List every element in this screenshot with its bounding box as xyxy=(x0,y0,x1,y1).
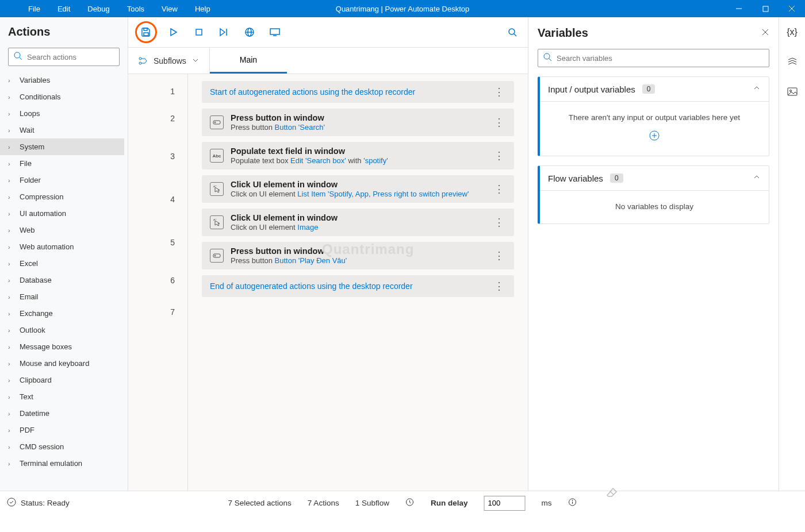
step-card[interactable]: AbcPopulate text field in windowPopulate… xyxy=(202,142,514,169)
subflow-count: 1 Subflow xyxy=(355,499,389,507)
step-card[interactable]: Click UI element in windowClick on UI el… xyxy=(202,209,514,236)
menu-edit[interactable]: Edit xyxy=(49,0,79,17)
step-menu-button[interactable]: ⋮ xyxy=(492,116,506,129)
titlebar-menu: File Edit Debug Tools View Help xyxy=(0,0,219,17)
actions-category[interactable]: ›Terminal emulation xyxy=(0,455,124,472)
actions-category[interactable]: ›UI automation xyxy=(0,205,124,222)
step-menu-button[interactable]: ⋮ xyxy=(492,280,506,292)
chevron-right-icon: › xyxy=(8,210,14,217)
actions-category[interactable]: ›Web xyxy=(0,222,124,238)
actions-category[interactable]: ›Variables xyxy=(0,72,124,88)
step-card[interactable]: Click UI element in windowClick on UI el… xyxy=(202,175,514,203)
svg-point-4 xyxy=(14,52,20,58)
chevron-up-icon[interactable] xyxy=(753,84,761,94)
actions-category[interactable]: ›Datetime xyxy=(0,405,124,422)
actions-category[interactable]: ›Outlook xyxy=(0,322,124,338)
chevron-right-icon: › xyxy=(8,144,14,151)
actions-category[interactable]: ›File xyxy=(0,155,124,172)
svg-point-27 xyxy=(544,53,550,59)
search-flow-button[interactable] xyxy=(504,24,521,41)
menu-debug[interactable]: Debug xyxy=(79,0,118,17)
variables-rail-icon[interactable]: {x} xyxy=(785,25,799,39)
step-menu-button[interactable]: ⋮ xyxy=(492,216,506,229)
io-variables-empty: There aren't any input or output variabl… xyxy=(569,113,740,122)
flow-variables-section: Flow variables 0 No variables to display xyxy=(538,165,769,224)
actions-header: Actions xyxy=(0,17,128,42)
actions-category[interactable]: ›Compression xyxy=(0,188,124,205)
add-io-variable-button[interactable] xyxy=(649,130,660,143)
step-menu-button[interactable]: ⋮ xyxy=(492,86,506,98)
actions-category[interactable]: ›Exchange xyxy=(0,305,124,322)
run-button[interactable] xyxy=(165,24,182,41)
io-variables-title: Input / output variables xyxy=(548,84,635,94)
actions-list[interactable]: ›Variables›Conditionals›Loops›Wait›Syste… xyxy=(0,72,128,491)
minimize-button[interactable] xyxy=(726,0,752,17)
stop-button[interactable] xyxy=(190,24,208,41)
step-card[interactable]: Press button in windowPress button Butto… xyxy=(202,109,514,136)
subflows-dropdown[interactable]: Subflows xyxy=(128,48,210,74)
step-menu-button[interactable]: ⋮ xyxy=(492,249,506,262)
variables-close-button[interactable] xyxy=(761,28,769,38)
actions-search-box[interactable] xyxy=(8,48,120,66)
click-icon xyxy=(210,215,224,229)
status-center: 7 Selected actions 7 Actions 1 Subflow R… xyxy=(228,496,577,511)
actions-category[interactable]: ›Folder xyxy=(0,172,124,188)
step-card[interactable]: Press button in windowPress button Butto… xyxy=(202,242,514,269)
menu-help[interactable]: Help xyxy=(186,0,219,17)
actions-category-label: CMD session xyxy=(20,442,64,451)
step-menu-button[interactable]: ⋮ xyxy=(492,149,506,162)
run-delay-input[interactable] xyxy=(484,496,525,511)
chevron-up-icon[interactable] xyxy=(753,173,761,183)
tab-main[interactable]: Main xyxy=(210,48,287,74)
step-subtitle: Press button Button 'Search' xyxy=(231,123,492,132)
svg-line-18 xyxy=(514,34,516,36)
save-button[interactable] xyxy=(137,24,155,41)
svg-rect-15 xyxy=(270,29,279,34)
actions-search-input[interactable] xyxy=(27,53,124,61)
desktop-recorder-button[interactable] xyxy=(266,24,283,41)
menu-file[interactable]: File xyxy=(20,0,49,17)
ui-elements-rail-icon[interactable] xyxy=(785,55,799,69)
io-variables-header[interactable]: Input / output variables 0 xyxy=(540,77,769,102)
info-icon[interactable] xyxy=(568,498,577,508)
web-recorder-button[interactable] xyxy=(241,24,258,41)
actions-category[interactable]: ›Text xyxy=(0,388,124,405)
variables-search-input[interactable] xyxy=(557,54,764,63)
actions-category-label: Email xyxy=(20,292,39,301)
actions-category[interactable]: ›Clipboard xyxy=(0,372,124,388)
actions-category[interactable]: ›PDF xyxy=(0,422,124,438)
flow-variables-empty: No variables to display xyxy=(615,202,693,211)
actions-category[interactable]: ›Wait xyxy=(0,122,124,138)
step-button[interactable] xyxy=(216,24,233,41)
steps-area[interactable]: 1234567 Start of autogenerated actions u… xyxy=(128,74,528,491)
menu-tools[interactable]: Tools xyxy=(118,0,153,17)
actions-category[interactable]: ›Mouse and keyboard xyxy=(0,355,124,372)
step-menu-button[interactable]: ⋮ xyxy=(492,183,506,195)
close-button[interactable] xyxy=(779,0,805,17)
actions-category[interactable]: ›Web automation xyxy=(0,238,124,255)
actions-category[interactable]: ›Message boxes xyxy=(0,338,124,355)
maximize-button[interactable] xyxy=(752,0,779,17)
step-card[interactable]: Start of autogenerated actions using the… xyxy=(202,81,514,103)
actions-category-label: Loops xyxy=(20,109,40,118)
actions-category[interactable]: ›Database xyxy=(0,272,124,288)
actions-category[interactable]: ›Excel xyxy=(0,255,124,272)
actions-category[interactable]: ›CMD session xyxy=(0,438,124,455)
menu-view[interactable]: View xyxy=(153,0,186,17)
svg-line-5 xyxy=(20,57,22,60)
chevron-down-icon xyxy=(192,56,199,65)
images-rail-icon[interactable] xyxy=(785,85,799,99)
variables-panel: Variables Input / output variables 0 The… xyxy=(528,17,779,491)
actions-category-label: Web xyxy=(20,226,35,234)
actions-category-label: Database xyxy=(20,276,52,284)
actions-category[interactable]: ›Loops xyxy=(0,105,124,122)
actions-category[interactable]: ›Conditionals xyxy=(0,88,124,105)
chevron-right-icon: › xyxy=(8,110,14,117)
eraser-icon[interactable] xyxy=(606,487,618,500)
flow-variables-header[interactable]: Flow variables 0 xyxy=(540,166,769,191)
actions-category[interactable]: ›Email xyxy=(0,288,124,305)
actions-category[interactable]: ›System xyxy=(0,138,124,155)
variables-search-box[interactable] xyxy=(538,49,769,67)
actions-count: 7 Actions xyxy=(308,499,339,507)
step-card[interactable]: End of autogenerated actions using the d… xyxy=(202,275,514,297)
